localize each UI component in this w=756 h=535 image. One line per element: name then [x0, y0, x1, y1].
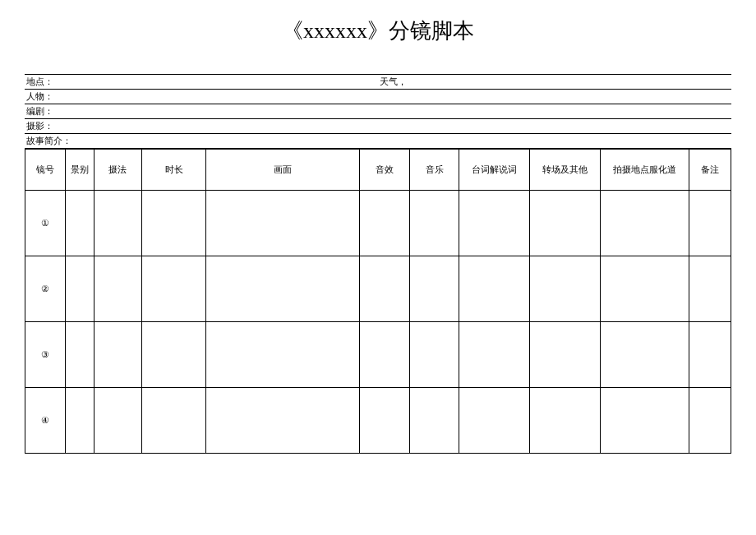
col-dialog: 台词解说词: [459, 150, 530, 191]
cell-duration: [141, 191, 205, 256]
info-section: 地点： 天气， 人物： 编剧： 摄影： 故事简介：: [25, 74, 731, 149]
cell-method: [94, 191, 142, 256]
table-row: ④: [25, 388, 731, 454]
cell-note: [689, 256, 731, 322]
writer-label: 编剧：: [25, 104, 731, 118]
cell-type: [65, 388, 94, 454]
col-music: 音乐: [409, 150, 459, 191]
info-row-characters: 人物：: [25, 89, 731, 104]
col-sound: 音效: [360, 150, 410, 191]
cell-location: [601, 322, 689, 388]
col-location: 拍摄地点服化道: [601, 150, 689, 191]
table-row: ②: [25, 256, 731, 322]
info-row-location-weather: 地点： 天气，: [25, 74, 731, 89]
info-row-photographer: 摄影：: [25, 118, 731, 133]
cell-screen: [206, 191, 360, 256]
cell-sound: [360, 388, 410, 454]
cell-music: [409, 388, 459, 454]
cell-type: [65, 322, 94, 388]
col-screen: 画面: [206, 150, 360, 191]
synopsis-label: 故事简介：: [25, 134, 731, 148]
cell-dialog: [459, 322, 530, 388]
cell-sound: [360, 191, 410, 256]
cell-duration: [141, 256, 205, 322]
cell-transition: [530, 388, 601, 454]
cell-no: ③: [25, 322, 66, 388]
cell-dialog: [459, 256, 530, 322]
cell-note: [689, 322, 731, 388]
cell-no: ④: [25, 388, 66, 454]
characters-label: 人物：: [25, 90, 731, 104]
col-shot-type: 景别: [65, 150, 94, 191]
location-label: 地点：: [25, 75, 378, 89]
cell-music: [409, 322, 459, 388]
col-method: 摄法: [94, 150, 142, 191]
col-shot-no: 镜号: [25, 150, 66, 191]
photographer-label: 摄影：: [25, 119, 731, 133]
cell-type: [65, 191, 94, 256]
cell-transition: [530, 322, 601, 388]
cell-note: [689, 191, 731, 256]
cell-transition: [530, 191, 601, 256]
cell-duration: [141, 322, 205, 388]
col-transition: 转场及其他: [530, 150, 601, 191]
cell-screen: [206, 388, 360, 454]
cell-no: ①: [25, 191, 66, 256]
header-row: 镜号 景别 摄法 时长 画面 音效 音乐 台词解说词 转场及其他 拍摄地点服化道…: [25, 150, 731, 191]
cell-method: [94, 322, 142, 388]
cell-sound: [360, 256, 410, 322]
cell-location: [601, 388, 689, 454]
col-note: 备注: [689, 150, 731, 191]
cell-method: [94, 388, 142, 454]
storyboard-table: 镜号 景别 摄法 时长 画面 音效 音乐 台词解说词 转场及其他 拍摄地点服化道…: [25, 149, 731, 454]
cell-note: [689, 388, 731, 454]
cell-music: [409, 256, 459, 322]
cell-dialog: [459, 388, 530, 454]
cell-screen: [206, 322, 360, 388]
cell-transition: [530, 256, 601, 322]
table-row: ①: [25, 191, 731, 256]
cell-method: [94, 256, 142, 322]
info-row-writer: 编剧：: [25, 104, 731, 118]
cell-music: [409, 191, 459, 256]
cell-duration: [141, 388, 205, 454]
weather-label: 天气，: [378, 75, 731, 89]
cell-no: ②: [25, 256, 66, 322]
info-row-synopsis: 故事简介：: [25, 133, 731, 149]
cell-screen: [206, 256, 360, 322]
col-duration: 时长: [141, 150, 205, 191]
page-title: 《xxxxxx》分镜脚本: [25, 16, 731, 45]
cell-dialog: [459, 191, 530, 256]
table-row: ③: [25, 322, 731, 388]
cell-location: [601, 191, 689, 256]
cell-location: [601, 256, 689, 322]
cell-sound: [360, 322, 410, 388]
cell-type: [65, 256, 94, 322]
